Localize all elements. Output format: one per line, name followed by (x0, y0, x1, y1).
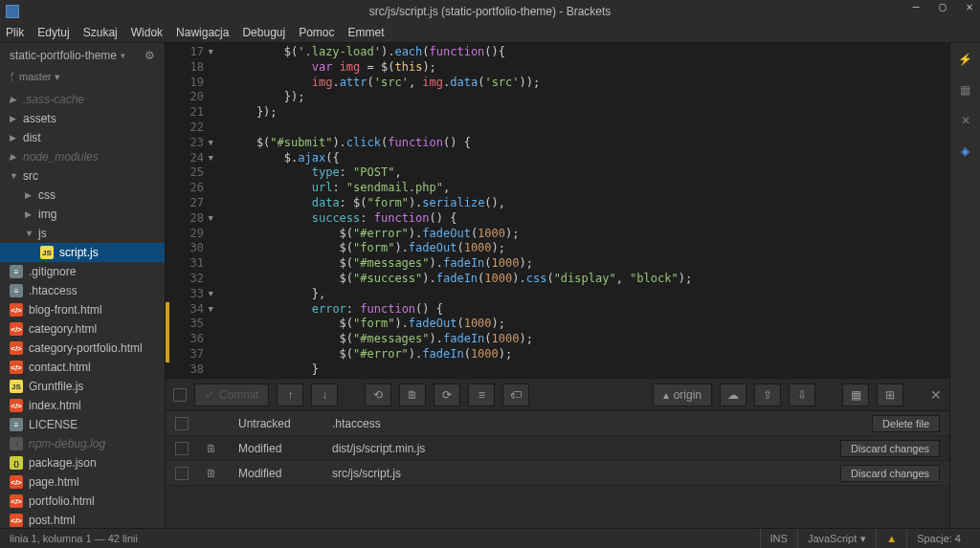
file-type-icon: </> (10, 341, 23, 355)
git-pull-icon[interactable]: ↓ (311, 384, 338, 406)
git-file-icon[interactable]: 🗎 (399, 384, 426, 406)
folder-src[interactable]: ▼src (0, 166, 165, 186)
file-LICENSE[interactable]: ≡LICENSE (0, 415, 165, 434)
menu-plik[interactable]: Plik (6, 26, 24, 39)
git-settings-icon[interactable]: ⊞ (877, 384, 903, 406)
file-type-icon: ≡ (10, 418, 23, 431)
panel-close-icon[interactable]: ✕ (930, 387, 942, 403)
minimize-button[interactable]: — (909, 0, 923, 13)
git-icon[interactable]: ◈ (957, 142, 974, 160)
tree-label: LICENSE (29, 418, 78, 431)
git-change-row[interactable]: 🗎Modifiedsrc/js/script.jsDiscard changes (166, 461, 949, 486)
menu-edytuj[interactable]: Edytuj (37, 26, 69, 39)
menu-emmet[interactable]: Emmet (348, 26, 385, 39)
file-index.html[interactable]: </>index.html (0, 396, 165, 415)
select-all-checkbox[interactable] (173, 388, 187, 402)
menu-szukaj[interactable]: Szukaj (83, 26, 118, 39)
tree-label: css (38, 188, 56, 202)
git-change-row[interactable]: Untracked.htaccessDelete file (166, 411, 949, 436)
file-type-icon: </> (10, 514, 23, 527)
commit-button[interactable]: ✓ Commit (194, 384, 269, 406)
git-menu-icon[interactable]: ≡ (468, 384, 495, 406)
file-script.js[interactable]: JSscript.js (0, 243, 165, 262)
tree-label: script.js (59, 246, 99, 259)
file-portfolio.html[interactable]: </>portfolio.html (0, 492, 165, 511)
live-preview-icon[interactable]: ⚡ (957, 51, 974, 68)
menu-pomoc[interactable]: Pomoc (299, 26, 334, 39)
tree-label: .gitignore (29, 265, 76, 278)
gear-icon[interactable]: ⚙ (145, 49, 155, 62)
chevron-icon: ▶ (25, 209, 33, 219)
statusbar: linia 1, kolumna 1 — 42 linii INS JavaSc… (0, 528, 980, 548)
git-refresh-icon[interactable]: ⟳ (434, 384, 460, 406)
change-path: src/js/script.js (332, 467, 823, 480)
tree-label: assets (23, 112, 56, 125)
folder-css[interactable]: ▶css (0, 186, 165, 205)
git-origin-button[interactable]: ▴ origin (653, 384, 712, 406)
modified-marker (166, 332, 169, 347)
file-npm-debug.log[interactable]: ·npm-debug.log (0, 434, 165, 453)
file-type-icon: </> (10, 399, 23, 412)
sidebar: static-portfolio-theme ▾ ⚙ ᚶ master ▾ ▶.… (0, 43, 166, 528)
row-action-button[interactable]: Delete file (872, 415, 940, 432)
chevron-icon: ▶ (25, 190, 33, 200)
file-blog-front.html[interactable]: </>blog-front.html (0, 300, 165, 319)
insert-mode[interactable]: INS (760, 529, 797, 548)
menu-debuguj[interactable]: Debuguj (242, 26, 285, 39)
git-tag-icon[interactable]: 🏷 (502, 384, 529, 406)
folder-assets[interactable]: ▶assets (0, 109, 165, 128)
git-push-icon[interactable]: ↑ (277, 384, 303, 406)
tree-label: blog-front.html (29, 303, 102, 317)
file-package.json[interactable]: {}package.json (0, 453, 165, 472)
folder-js[interactable]: ▼js (0, 224, 165, 243)
file-type-icon: </> (10, 361, 23, 374)
menu-nawigacja[interactable]: Nawigacja (176, 26, 229, 39)
row-checkbox[interactable] (175, 417, 189, 430)
extensions-icon[interactable]: ▦ (957, 81, 974, 99)
file-category-portfolio.html[interactable]: </>category-portfolio.html (0, 339, 165, 358)
code-editor[interactable]: 17▼181920212223▼24▼25262728▼2930313233▼3… (166, 43, 949, 378)
file-contact.html[interactable]: </>contact.html (0, 358, 165, 377)
git-fetch-icon[interactable]: ☁ (720, 384, 746, 406)
git-remote-pull-icon[interactable]: ⇩ (789, 384, 815, 406)
diff-icon[interactable]: 🗎 (206, 467, 221, 480)
tree-label: category-portfolio.html (29, 341, 143, 355)
git-change-row[interactable]: 🗎Modifieddist/js/script.min.jsDiscard ch… (166, 436, 949, 461)
cursor-position[interactable]: linia 1, kolumna 1 — 42 linii (10, 533, 138, 544)
folder-.sass-cache[interactable]: ▶.sass-cache (0, 90, 165, 109)
git-branch[interactable]: ᚶ master ▾ (0, 68, 165, 86)
file-post.html[interactable]: </>post.html (0, 511, 165, 528)
file-.gitignore[interactable]: ≡.gitignore (0, 262, 165, 281)
row-action-button[interactable]: Discard changes (840, 440, 940, 457)
diff-icon[interactable]: 🗎 (206, 442, 221, 455)
tree-label: index.html (29, 399, 81, 412)
row-checkbox[interactable] (175, 467, 189, 480)
tree-label: dist (23, 131, 41, 144)
project-header[interactable]: static-portfolio-theme ▾ ⚙ (0, 43, 165, 68)
git-image-icon[interactable]: ▦ (842, 384, 869, 406)
git-history-icon[interactable]: ⟲ (365, 384, 391, 406)
chevron-icon: ▼ (25, 229, 33, 238)
maximize-button[interactable]: ▢ (936, 0, 949, 13)
file-page.html[interactable]: </>page.html (0, 472, 165, 492)
folder-node_modules[interactable]: ▶node_modules (0, 147, 165, 166)
warnings-indicator[interactable]: ▲ (876, 529, 906, 548)
file-.htaccess[interactable]: ≡.htaccess (0, 281, 165, 300)
close-button[interactable]: ✕ (963, 0, 976, 13)
modified-marker (166, 317, 169, 332)
git-remote-push-icon[interactable]: ⇧ (754, 384, 781, 406)
right-toolbar: ⚡ ▦ ✕ ◈ (949, 43, 980, 528)
folder-dist[interactable]: ▶dist (0, 128, 165, 147)
indent-setting[interactable]: Spacje: 4 (906, 529, 970, 548)
folder-img[interactable]: ▶img (0, 205, 165, 224)
file-type-icon: ≡ (10, 284, 23, 297)
menu-widok[interactable]: Widok (131, 26, 163, 39)
row-action-button[interactable]: Discard changes (840, 465, 940, 482)
file-category.html[interactable]: </>category.html (0, 319, 165, 339)
code-text[interactable]: $('.lazy-load').each(function(){ var img… (213, 43, 949, 378)
language-mode[interactable]: JavaScript ▾ (797, 529, 876, 548)
tools-icon[interactable]: ✕ (957, 112, 974, 129)
tree-label: Gruntfile.js (29, 380, 83, 393)
file-Gruntfile.js[interactable]: JSGruntfile.js (0, 377, 165, 396)
row-checkbox[interactable] (175, 442, 189, 455)
